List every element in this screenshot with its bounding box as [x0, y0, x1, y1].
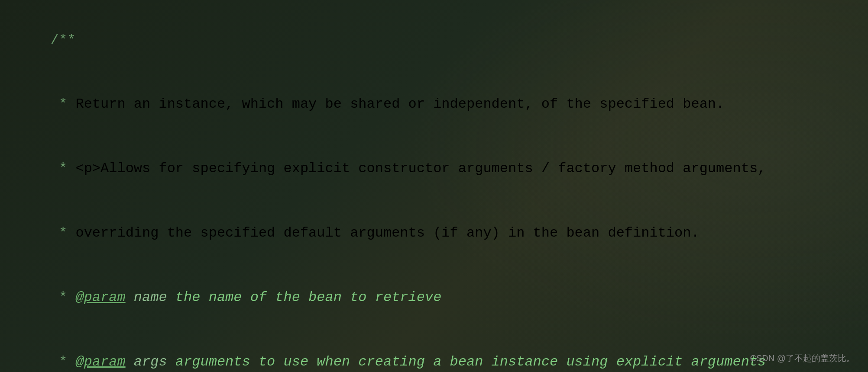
comment-text-4: overriding the specified default argumen… [75, 225, 699, 241]
code-line-4: * overriding the specified default argum… [17, 201, 851, 265]
comment-text-2: Return an instance, which may be shared … [75, 96, 724, 112]
param-name-1: name [126, 289, 175, 305]
comment-star: * [51, 96, 76, 112]
param-desc-1: the name of the bean to retrieve [175, 289, 442, 305]
comment-star: * [51, 289, 76, 305]
watermark: CSDN @了不起的盖茨比。 [750, 353, 855, 364]
tag-param-2: @param [75, 354, 125, 370]
code-line-5: * @param name the name of the bean to re… [17, 265, 851, 330]
param-name-2: args [126, 354, 175, 370]
code-line-2: * Return an instance, which may be share… [17, 72, 851, 137]
comment-star: * [51, 160, 76, 176]
comment-star: * [51, 225, 76, 241]
param-desc-2: arguments to use when creating a bean in… [175, 354, 766, 370]
code-line-1: /** [17, 8, 851, 72]
comment-open: /** [51, 32, 76, 48]
code-container: /** * Return an instance, which may be s… [0, 0, 868, 372]
code-line-3: * <p>Allows for specifying explicit cons… [17, 137, 851, 201]
comment-text-3: <p>Allows for specifying explicit constr… [75, 160, 766, 176]
tag-param-1: @param [75, 289, 125, 305]
code-line-6: * @param args arguments to use when crea… [17, 330, 851, 372]
comment-star: * [51, 354, 76, 370]
